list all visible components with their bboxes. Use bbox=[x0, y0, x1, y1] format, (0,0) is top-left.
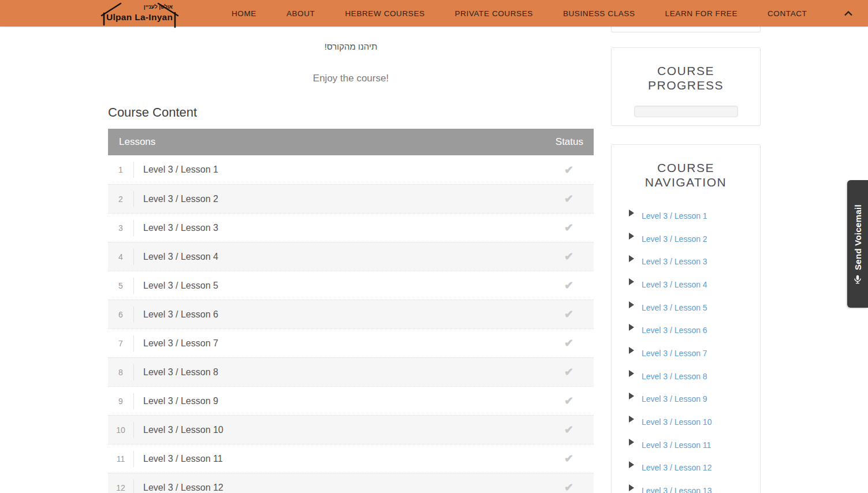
course-progress-title: COURSE PROGRESS bbox=[612, 64, 760, 92]
lesson-row[interactable]: 7 Level 3 / Lesson 7 ✔ bbox=[108, 328, 594, 357]
course-navigation-item: Level 3 / Lesson 13 bbox=[629, 479, 760, 493]
triangle-right-icon bbox=[629, 255, 634, 262]
nav-menu-item[interactable]: HOME bbox=[217, 1, 271, 26]
lesson-nav-link[interactable]: Level 3 / Lesson 1 bbox=[642, 211, 707, 221]
course-progress-widget: COURSE PROGRESS bbox=[611, 47, 761, 126]
nav-menu-item[interactable]: HEBREW COURSES bbox=[330, 1, 439, 26]
course-navigation-list: Level 3 / Lesson 1 Level 3 / Lesson 2 Le… bbox=[612, 204, 760, 493]
lesson-table-body: 1 Level 3 / Lesson 1 ✔ 2 Level 3 / Lesso… bbox=[108, 155, 594, 493]
send-voicemail-inner: Send Voicemail bbox=[847, 180, 868, 308]
completed-check-icon: ✔ bbox=[544, 423, 594, 436]
lesson-nav-link[interactable]: Level 3 / Lesson 11 bbox=[642, 440, 711, 450]
completed-check-icon: ✔ bbox=[544, 192, 594, 206]
triangle-right-icon bbox=[629, 393, 634, 399]
course-content-title: Course Content bbox=[108, 105, 594, 120]
lesson-nav-link[interactable]: Level 3 / Lesson 8 bbox=[642, 372, 707, 381]
completed-check-icon: ✔ bbox=[544, 250, 594, 263]
lesson-table-header: Lessons Status bbox=[108, 129, 594, 155]
course-navigation-title: COURSE NAVIGATION bbox=[612, 160, 760, 189]
course-navigation-widget: COURSE NAVIGATION Level 3 / Lesson 1 Lev… bbox=[611, 144, 761, 493]
triangle-right-icon bbox=[629, 347, 634, 354]
course-navigation-item: Level 3 / Lesson 8 bbox=[629, 365, 760, 388]
greeting-english: Enjoy the course! bbox=[108, 73, 594, 84]
lesson-title[interactable]: Level 3 / Lesson 8 bbox=[133, 364, 544, 380]
lesson-row[interactable]: 2 Level 3 / Lesson 2 ✔ bbox=[108, 184, 594, 213]
lesson-title[interactable]: Level 3 / Lesson 5 bbox=[133, 278, 544, 294]
lesson-nav-link[interactable]: Level 3 / Lesson 3 bbox=[642, 257, 707, 266]
column-header-lessons: Lessons bbox=[108, 136, 556, 148]
lesson-number: 5 bbox=[108, 281, 133, 290]
nav-menu-item[interactable]: CONTACT bbox=[752, 1, 822, 26]
lesson-row[interactable]: 8 Level 3 / Lesson 8 ✔ bbox=[108, 357, 594, 386]
lesson-title[interactable]: Level 3 / Lesson 1 bbox=[133, 162, 544, 178]
lesson-title[interactable]: Level 3 / Lesson 4 bbox=[133, 249, 544, 265]
completed-check-icon: ✔ bbox=[544, 365, 594, 379]
completed-check-icon: ✔ bbox=[544, 452, 594, 465]
lesson-number: 7 bbox=[108, 339, 133, 348]
lesson-title[interactable]: Level 3 / Lesson 7 bbox=[133, 335, 544, 352]
lesson-nav-link[interactable]: Level 3 / Lesson 6 bbox=[642, 326, 707, 335]
triangle-right-icon bbox=[629, 210, 634, 216]
lesson-title[interactable]: Level 3 / Lesson 9 bbox=[133, 393, 544, 409]
course-navigation-item: Level 3 / Lesson 6 bbox=[629, 319, 760, 342]
lesson-number: 8 bbox=[108, 368, 133, 377]
triangle-right-icon bbox=[629, 301, 634, 308]
lesson-row[interactable]: 4 Level 3 / Lesson 4 ✔ bbox=[108, 242, 594, 271]
triangle-right-icon bbox=[629, 416, 634, 423]
nav-menu-item[interactable]: LEARN FOR FREE bbox=[650, 1, 752, 26]
course-navigation-item: Level 3 / Lesson 11 bbox=[629, 434, 760, 457]
course-navigation-item: Level 3 / Lesson 3 bbox=[629, 250, 760, 273]
lesson-title[interactable]: Level 3 / Lesson 12 bbox=[133, 480, 544, 493]
lesson-nav-link[interactable]: Level 3 / Lesson 12 bbox=[642, 463, 711, 472]
lesson-row[interactable]: 6 Level 3 / Lesson 6 ✔ bbox=[108, 300, 594, 328]
logo-graphic: אולפן לעניין Ulpan La-Inyan bbox=[100, 1, 181, 28]
lesson-nav-link[interactable]: Level 3 / Lesson 2 bbox=[642, 234, 707, 244]
lesson-row[interactable]: 12 Level 3 / Lesson 12 ✔ bbox=[108, 473, 594, 493]
completed-check-icon: ✔ bbox=[544, 337, 594, 350]
send-voicemail-tab[interactable]: Send Voicemail bbox=[847, 180, 868, 308]
completed-check-icon: ✔ bbox=[544, 163, 594, 177]
lesson-number: 10 bbox=[108, 425, 133, 435]
lesson-row[interactable]: 11 Level 3 / Lesson 11 ✔ bbox=[108, 444, 594, 473]
nav-menu-item[interactable]: PRIVATE COURSES bbox=[440, 1, 548, 26]
triangle-right-icon bbox=[629, 278, 634, 285]
lesson-title[interactable]: Level 3 / Lesson 3 bbox=[133, 220, 544, 236]
lesson-row[interactable]: 1 Level 3 / Lesson 1 ✔ bbox=[108, 155, 594, 184]
completed-check-icon: ✔ bbox=[544, 279, 594, 292]
greeting-hebrew: תיהנו מהקורס! bbox=[108, 42, 594, 51]
main-content: תיהנו מהקורס! Enjoy the course! Course C… bbox=[108, 27, 594, 493]
lesson-nav-link[interactable]: Level 3 / Lesson 7 bbox=[642, 349, 707, 358]
lesson-nav-link[interactable]: Level 3 / Lesson 4 bbox=[642, 280, 707, 289]
lesson-number: 9 bbox=[108, 397, 133, 406]
lesson-row[interactable]: 10 Level 3 / Lesson 10 ✔ bbox=[108, 415, 594, 444]
lesson-number: 6 bbox=[108, 310, 133, 319]
lesson-number: 3 bbox=[108, 223, 133, 233]
lesson-table: Lessons Status 1 Level 3 / Lesson 1 ✔ 2 … bbox=[108, 129, 594, 493]
nav-menu-item[interactable]: ABOUT bbox=[271, 1, 330, 26]
lesson-title[interactable]: Level 3 / Lesson 2 bbox=[133, 191, 544, 207]
lesson-number: 2 bbox=[108, 195, 133, 204]
lesson-number: 12 bbox=[108, 483, 133, 492]
lesson-number: 11 bbox=[108, 454, 133, 464]
completed-check-icon: ✔ bbox=[544, 221, 594, 234]
progress-bar bbox=[634, 106, 738, 117]
lesson-nav-link[interactable]: Level 3 / Lesson 13 bbox=[642, 486, 711, 493]
course-navigation-item: Level 3 / Lesson 1 bbox=[629, 204, 760, 227]
lesson-nav-link[interactable]: Level 3 / Lesson 9 bbox=[642, 394, 707, 404]
course-navigation-item: Level 3 / Lesson 4 bbox=[629, 273, 760, 296]
lesson-title[interactable]: Level 3 / Lesson 6 bbox=[133, 307, 544, 323]
triangle-right-icon bbox=[629, 439, 634, 446]
lesson-title[interactable]: Level 3 / Lesson 11 bbox=[133, 451, 544, 467]
lesson-row[interactable]: 5 Level 3 / Lesson 5 ✔ bbox=[108, 271, 594, 300]
lesson-nav-link[interactable]: Level 3 / Lesson 5 bbox=[642, 303, 707, 312]
lesson-number: 1 bbox=[108, 165, 133, 174]
lesson-nav-link[interactable]: Level 3 / Lesson 10 bbox=[642, 417, 711, 427]
lesson-title[interactable]: Level 3 / Lesson 10 bbox=[133, 422, 544, 438]
course-navigation-item: Level 3 / Lesson 5 bbox=[629, 296, 760, 319]
chevron-up-icon[interactable] bbox=[838, 3, 859, 23]
nav-menu-item[interactable]: BUSINESS CLASS bbox=[548, 1, 650, 26]
lesson-row[interactable]: 9 Level 3 / Lesson 9 ✔ bbox=[108, 386, 594, 415]
site-logo[interactable]: אולפן לעניין Ulpan La-Inyan bbox=[100, 1, 181, 28]
course-navigation-item: Level 3 / Lesson 2 bbox=[629, 227, 760, 251]
lesson-row[interactable]: 3 Level 3 / Lesson 3 ✔ bbox=[108, 213, 594, 242]
